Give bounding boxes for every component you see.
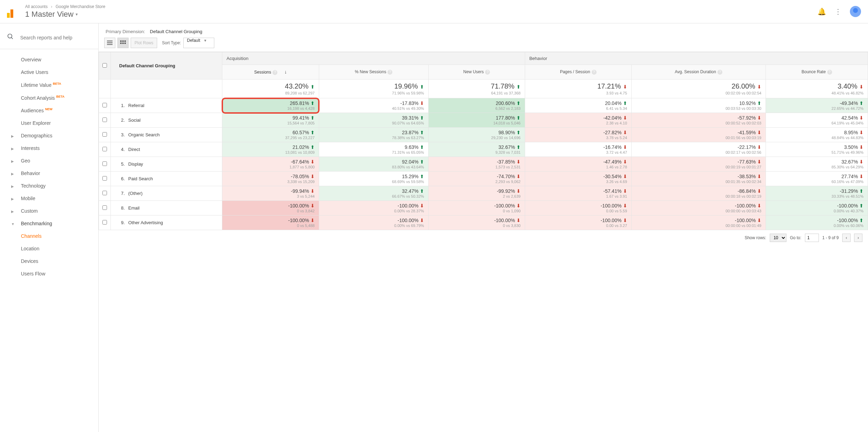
sidebar-item-mobile[interactable]: ▶Mobile: [0, 192, 98, 205]
row-dimension[interactable]: 9.Other Advertising: [111, 215, 222, 230]
search-box[interactable]: [0, 30, 98, 49]
breadcrumb-accounts[interactable]: All accounts: [25, 4, 48, 9]
sidebar-item-benchmarking[interactable]: ▼Benchmarking: [0, 217, 98, 230]
search-icon: [7, 33, 14, 42]
cell-c6: 32.67% ⬇85.30% vs 64.29%: [766, 157, 868, 172]
sidebar-item-interests[interactable]: ▶Interests: [0, 142, 98, 154]
view-selector[interactable]: 1 Master View ▾: [25, 10, 817, 19]
show-rows-select[interactable]: 10: [770, 234, 786, 242]
arrow-down-icon: ⬇: [623, 115, 627, 121]
sidebar-item-technology[interactable]: ▶Technology: [0, 180, 98, 192]
sidebar-item-lifetime-value[interactable]: Lifetime ValueBETA: [0, 78, 98, 91]
more-icon[interactable]: ⋮: [835, 7, 842, 16]
plot-rows-button[interactable]: Plot Rows: [131, 38, 157, 48]
sidebar-item-behavior[interactable]: ▶Behavior: [0, 167, 98, 180]
table-row: 9.Other Advertising-100.00% ⬇0 vs 5,488-…: [99, 215, 868, 230]
dimension-header[interactable]: Default Channel Grouping: [111, 52, 222, 79]
col-new-users[interactable]: New Users?: [428, 65, 525, 79]
arrow-down-icon: ⬇: [623, 174, 627, 179]
row-dimension[interactable]: 2.Social: [111, 113, 222, 128]
row-dimension[interactable]: 8.Email: [111, 201, 222, 215]
col-pages-session[interactable]: Pages / Session?: [525, 65, 631, 79]
help-icon[interactable]: ?: [717, 70, 722, 75]
row-checkbox[interactable]: [102, 118, 107, 122]
view-comparison-icon[interactable]: [117, 38, 129, 48]
breadcrumb-store[interactable]: Google Merchandise Store: [55, 4, 105, 9]
help-icon[interactable]: ?: [827, 70, 832, 75]
row-dimension[interactable]: 6.Paid Search: [111, 172, 222, 186]
row-checkbox-cell: [99, 215, 111, 230]
row-checkbox[interactable]: [102, 191, 107, 195]
cell-c3: 32.67% ⬆9,328 vs 7,031: [428, 142, 525, 157]
caret-down-icon: ▾: [76, 12, 78, 17]
cell-c4: -42.04% ⬇2.38 vs 4.10: [525, 113, 631, 128]
help-icon[interactable]: ?: [485, 70, 490, 75]
cell-c3: -100.00% ⬇0 vs 1,090: [428, 201, 525, 215]
arrow-down-icon: ⬇: [420, 203, 424, 209]
dimension-value[interactable]: Default Channel Grouping: [150, 29, 202, 38]
sidebar-item-custom[interactable]: ▶Custom: [0, 205, 98, 217]
col-bounce-rate[interactable]: Bounce Rate?: [766, 65, 868, 79]
arrow-down-icon: ⬇: [310, 159, 315, 165]
notifications-icon[interactable]: 🔔: [817, 7, 826, 16]
cell-c3: -100.00% ⬇0 vs 3,830: [428, 215, 525, 230]
row-checkbox[interactable]: [102, 220, 107, 225]
select-all-checkbox[interactable]: [102, 63, 107, 68]
cell-c6: -49.34% ⬆22.65% vs 44.72%: [766, 98, 868, 113]
sidebar-item-geo[interactable]: ▶Geo: [0, 154, 98, 167]
cell-c4: 20.04% ⬆6.41 vs 5.34: [525, 98, 631, 113]
summary-c4: 17.21% ⬇3.93 vs 4.75: [525, 79, 631, 98]
row-checkbox[interactable]: [102, 176, 107, 181]
col-avg-duration[interactable]: Avg. Session Duration?: [631, 65, 766, 79]
select-all-header[interactable]: [99, 52, 111, 79]
sidebar-item-audiences[interactable]: AudiencesNEW: [0, 104, 98, 117]
sidebar-item-location[interactable]: Location: [0, 242, 98, 255]
help-icon[interactable]: ?: [387, 70, 392, 75]
row-checkbox[interactable]: [102, 103, 107, 107]
view-table-icon[interactable]: [104, 38, 115, 48]
sidebar-item-cohort-analysis[interactable]: Cohort AnalysisBETA: [0, 91, 98, 104]
help-icon[interactable]: ?: [592, 70, 597, 75]
search-input[interactable]: [20, 35, 91, 40]
row-checkbox-cell: [99, 186, 111, 201]
cell-c1: -100.00% ⬇0 vs 5,488: [222, 215, 319, 230]
row-checkbox[interactable]: [102, 205, 107, 210]
row-dimension[interactable]: 4.Direct: [111, 142, 222, 157]
arrow-up-icon: ⬆: [859, 203, 863, 209]
chevron-right-icon: ›: [51, 4, 52, 9]
summary-c1: 43.20% ⬆89,208 vs 62,297: [222, 79, 319, 98]
help-icon[interactable]: ?: [272, 70, 277, 75]
cell-c6: 3.50% ⬇51.71% vs 49.96%: [766, 142, 868, 157]
row-dimension[interactable]: 5.Display: [111, 157, 222, 172]
row-dimension[interactable]: 3.Organic Search: [111, 128, 222, 142]
sidebar-item-active-users[interactable]: Active Users: [0, 66, 98, 78]
row-checkbox-cell: [99, 98, 111, 113]
sort-type-select[interactable]: Default ▾: [183, 38, 214, 48]
goto-input[interactable]: [805, 234, 819, 242]
row-checkbox[interactable]: [102, 161, 107, 166]
sidebar-item-demographics[interactable]: ▶Demographics: [0, 129, 98, 142]
sidebar-item-channels[interactable]: Channels: [0, 230, 98, 242]
row-checkbox[interactable]: [102, 132, 107, 137]
svg-rect-3: [107, 42, 113, 43]
table-row: 6.Paid Search-78.05% ⬇3,338 vs 15,20915.…: [99, 172, 868, 186]
arrow-down-icon: ⬇: [623, 130, 627, 135]
breadcrumb[interactable]: All accounts › Google Merchandise Store: [25, 4, 817, 9]
col-sessions[interactable]: Sessions?↓: [222, 65, 319, 79]
next-page-button[interactable]: ›: [854, 234, 862, 242]
sidebar-item-user-explorer[interactable]: User Explorer: [0, 117, 98, 129]
sidebar-item-users-flow[interactable]: Users Flow: [0, 267, 98, 280]
account-avatar[interactable]: [850, 6, 861, 17]
sidebar-item-overview[interactable]: Overview: [0, 53, 98, 66]
row-dimension[interactable]: 7.(Other): [111, 186, 222, 201]
cell-c4: -100.00% ⬇0.00 vs 3.27: [525, 215, 631, 230]
prev-page-button[interactable]: ‹: [842, 234, 851, 242]
cell-c4: -27.82% ⬇3.78 vs 5.24: [525, 128, 631, 142]
sidebar-item-label: Demographics: [21, 133, 52, 138]
svg-line-1: [11, 38, 13, 39]
row-dimension[interactable]: 1.Referral: [111, 98, 222, 113]
cell-c2: 92.04% ⬆83.80% vs 43.64%: [319, 157, 428, 172]
col-new-sessions[interactable]: % New Sessions?: [319, 65, 428, 79]
row-checkbox[interactable]: [102, 147, 107, 151]
sidebar-item-devices[interactable]: Devices: [0, 255, 98, 267]
